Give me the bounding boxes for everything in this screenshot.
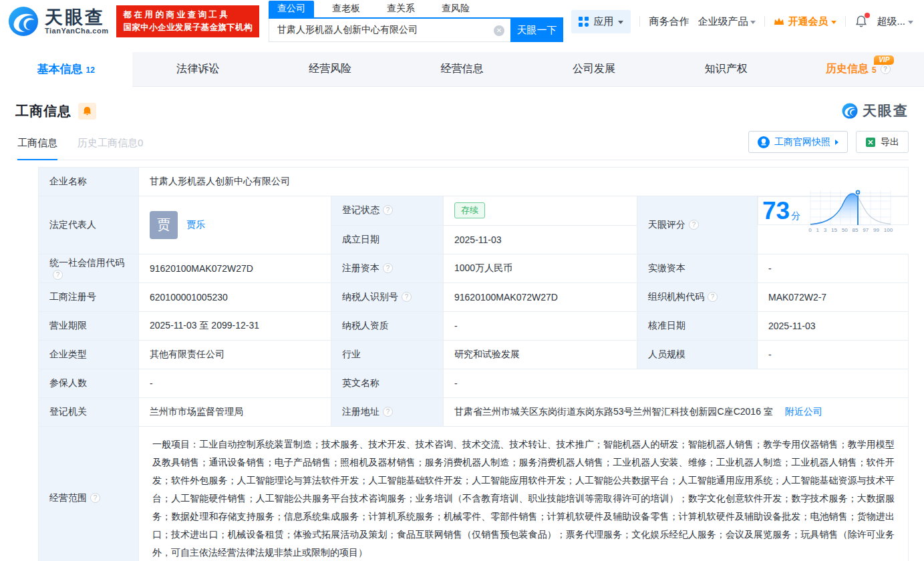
- subtab-business-registration[interactable]: 工商信息: [17, 137, 57, 160]
- tab-legal[interactable]: 法律诉讼: [132, 52, 265, 86]
- nearby-companies-link[interactable]: 附近公司: [785, 406, 822, 417]
- reg-authority-value: 兰州市市场监督管理局: [150, 406, 243, 417]
- field-label: 参保人数: [49, 377, 87, 388]
- tab-label: 法律诉讼: [176, 62, 219, 76]
- table-row: 营业期限 2025-11-03 至 2099-12-31 纳税人资质 - 核准日…: [39, 311, 909, 340]
- help-icon[interactable]: [383, 407, 393, 417]
- help-icon[interactable]: [53, 270, 63, 280]
- field-label: 统一社会信用代码: [49, 257, 124, 268]
- company-type-value: 其他有限责任公司: [150, 349, 224, 359]
- subtab-bar: 工商信息 历史工商信息0 工商官网快照 导出: [15, 131, 909, 160]
- tab-history-info[interactable]: VIP 历史信息 5: [792, 52, 924, 86]
- company-name-value: 甘肃人形机器人创新中心有限公司: [150, 176, 290, 186]
- tianyancha-logo[interactable]: 天眼查 TianYanCha.com: [8, 6, 108, 37]
- help-icon[interactable]: [708, 292, 718, 302]
- top-header: 天眼查 TianYanCha.com 都在用的商业查询工具 国家中小企业发展子基…: [0, 0, 924, 43]
- page-tab-bar: 基本信息 12 法律诉讼 经营风险 经营信息 公司发展 知识产权 VIP 历史信…: [0, 52, 924, 87]
- field-label: 注册资本: [342, 262, 379, 273]
- score-axis-labels: 01 315 5085 9799 100: [808, 227, 893, 233]
- help-icon[interactable]: [383, 205, 393, 215]
- brand-domain: TianYanCha.com: [45, 27, 108, 35]
- grid-icon: [579, 17, 589, 27]
- tab-label: 基本信息: [37, 61, 83, 77]
- field-label: 天眼评分: [648, 219, 685, 230]
- tab-label: 知识产权: [705, 62, 748, 76]
- divider: [639, 16, 640, 27]
- avatar[interactable]: 贾: [150, 211, 178, 239]
- approval-date-value: 2025-11-03: [768, 321, 816, 331]
- slogan-line2: 国家中小企业发展子基金旗下机构: [123, 21, 253, 34]
- subscribe-bell-button[interactable]: [78, 103, 96, 120]
- help-icon[interactable]: [90, 493, 100, 503]
- search-tabs: 查公司 查老板 查关系 查风险: [269, 1, 563, 19]
- brand-name: 天眼查: [45, 8, 108, 27]
- score-unit: 分: [791, 210, 800, 221]
- legal-rep-link[interactable]: 贾乐: [186, 219, 205, 231]
- notifications-button[interactable]: [855, 15, 868, 28]
- help-icon[interactable]: [402, 292, 412, 302]
- search-tab-boss[interactable]: 查老板: [323, 1, 369, 17]
- table-row: 参保人数 - 英文名称 -: [39, 369, 909, 397]
- tianyan-score-cell[interactable]: 73分: [758, 196, 909, 225]
- search-button[interactable]: 天眼一下: [510, 19, 563, 42]
- chevron-down-icon: [908, 21, 913, 24]
- subtab-history-registration[interactable]: 历史工商信息0: [78, 137, 143, 160]
- divider: [764, 16, 765, 27]
- tab-label: 经营风险: [309, 62, 351, 76]
- nav-cooperation[interactable]: 商务合作: [649, 15, 689, 28]
- field-label: 企业类型: [49, 349, 87, 359]
- field-label: 登记机关: [49, 406, 87, 417]
- business-scope-value: 一般项目：工业自动控制系统装置制造；技术服务、技术开发、技术咨询、技术交流、技术…: [152, 439, 895, 558]
- tab-label: 历史信息: [826, 62, 869, 76]
- help-icon[interactable]: [383, 263, 393, 273]
- table-row: 经营范围 一般项目：工业自动控制系统装置制造；技术服务、技术开发、技术咨询、技术…: [39, 426, 909, 561]
- notification-dot: [865, 13, 870, 18]
- table-row: 法定代表人 贾 贾乐 登记状态 存续 天眼评分 73分: [39, 196, 909, 226]
- business-info-table: 企业名称 甘肃人形机器人创新中心有限公司 法定代表人 贾 贾乐 登记状态 存续 …: [38, 167, 909, 561]
- chevron-down-icon: [750, 21, 756, 24]
- help-icon[interactable]: [689, 220, 699, 230]
- field-label: 行业: [342, 349, 361, 359]
- field-label: 组织机构代码: [648, 291, 704, 302]
- search-tab-relation[interactable]: 查关系: [378, 1, 424, 17]
- field-label: 核准日期: [648, 320, 685, 331]
- field-label: 法定代表人: [49, 219, 96, 230]
- table-row: 企业类型 其他有限责任公司 行业 研究和试验发展 人员规模 -: [39, 340, 909, 369]
- nav-enterprise[interactable]: 企业级产品: [698, 15, 756, 28]
- official-snapshot-button[interactable]: 工商官网快照: [748, 131, 848, 153]
- field-label: 注册地址: [342, 406, 379, 417]
- paid-capital-value: -: [768, 263, 772, 274]
- apps-menu[interactable]: 应用: [571, 10, 631, 33]
- taxpayer-quality-value: -: [454, 321, 458, 331]
- top-nav: 应用 商务合作 企业级产品 开通会员 超级...: [571, 10, 913, 33]
- field-label: 英文名称: [342, 377, 379, 388]
- tab-basic-info[interactable]: 基本信息 12: [0, 52, 132, 87]
- business-term-value: 2025-11-03 至 2099-12-31: [150, 320, 259, 331]
- tab-intellectual-property[interactable]: 知识产权: [660, 52, 792, 86]
- vip-upgrade-button[interactable]: 开通会员: [774, 15, 836, 28]
- slogan-line1: 都在用的商业查询工具: [123, 9, 253, 21]
- clear-icon[interactable]: [494, 25, 504, 36]
- tab-label: 经营信息: [441, 62, 484, 76]
- chevron-down-icon: [831, 21, 836, 24]
- tab-operating-risk[interactable]: 经营风险: [264, 52, 396, 86]
- table-row: 企业名称 甘肃人形机器人创新中心有限公司: [39, 168, 909, 196]
- apps-label: 应用: [593, 15, 613, 28]
- staff-size-value: -: [768, 349, 772, 360]
- credit-code-value: 91620100MAK072W27D: [150, 263, 253, 274]
- nav-super-vip[interactable]: 超级...: [877, 15, 913, 28]
- field-label: 登记状态: [342, 204, 379, 215]
- super-vip-label: 超级...: [877, 15, 905, 28]
- search-tab-risk[interactable]: 查风险: [433, 1, 478, 17]
- tab-company-development[interactable]: 公司发展: [528, 52, 660, 86]
- chevron-down-icon: [618, 21, 623, 24]
- help-icon[interactable]: [881, 64, 891, 74]
- tianyancha-logo-icon: [8, 6, 39, 37]
- search-input[interactable]: [269, 19, 510, 42]
- tab-business-info[interactable]: 经营信息: [396, 52, 528, 86]
- export-button[interactable]: 导出: [856, 131, 909, 153]
- search-tab-company[interactable]: 查公司: [269, 1, 314, 17]
- search-module: 查公司 查老板 查关系 查风险 天眼一下: [269, 1, 563, 42]
- field-label: 营业期限: [49, 320, 87, 331]
- bell-curve-chart: [808, 189, 893, 226]
